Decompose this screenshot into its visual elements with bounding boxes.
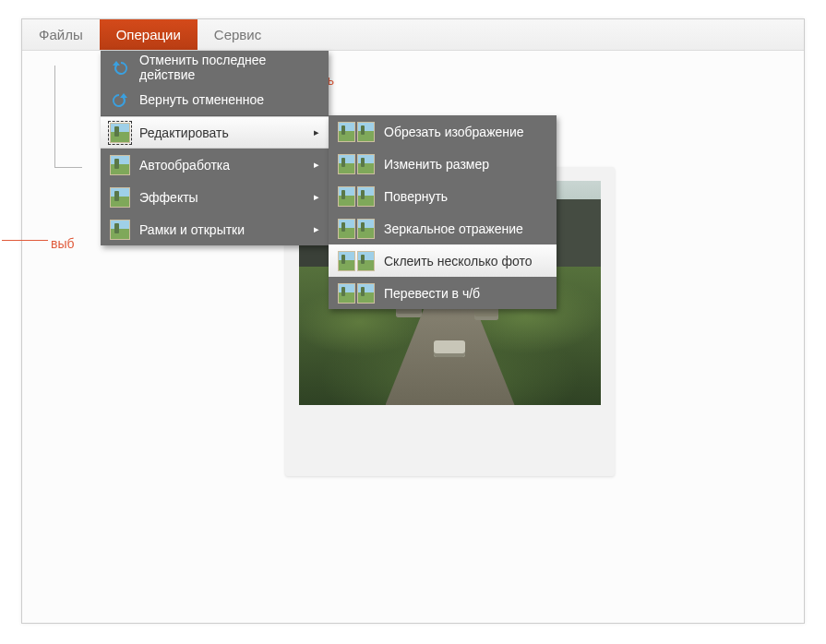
menu-item-label: Зеркальное отражение bbox=[384, 221, 523, 236]
annotation-select: выб bbox=[51, 236, 75, 251]
menu-item-auto[interactable]: Автообработка ▸ bbox=[101, 149, 329, 181]
menu-item-label: Повернуть bbox=[384, 189, 448, 204]
menu-item-label: Обрезать изображение bbox=[384, 125, 524, 139]
menu-item-label: Редактировать bbox=[139, 125, 229, 140]
menu-item-edit[interactable]: Редактировать ▸ bbox=[101, 116, 329, 149]
menu-service[interactable]: Сервис bbox=[198, 19, 278, 50]
annotation-line bbox=[54, 167, 82, 168]
submenu-item-bw[interactable]: Перевести в ч/б bbox=[329, 277, 557, 309]
annotation-pointer bbox=[2, 240, 48, 241]
effects-icon bbox=[110, 187, 130, 208]
annotation-line bbox=[54, 66, 55, 167]
menu-item-label: Автообработка bbox=[139, 158, 230, 173]
menu-item-undo[interactable]: Отменить последнее действие bbox=[101, 51, 329, 83]
menu-item-label: Рамки и открытки bbox=[139, 222, 245, 237]
undo-icon bbox=[110, 57, 130, 78]
menu-item-label: Вернуть отмененное bbox=[139, 92, 264, 107]
menu-item-label: Отменить последнее действие bbox=[139, 53, 319, 82]
app-frame: Файлы Операции Сервис обратная связь ред… bbox=[21, 18, 805, 624]
submenu-item-stitch[interactable]: Склеить несколько фото bbox=[329, 244, 557, 277]
stitch-icon bbox=[338, 251, 375, 271]
chevron-right-icon: ▸ bbox=[314, 223, 319, 235]
menu-files[interactable]: Файлы bbox=[22, 19, 100, 50]
edit-submenu: Обрезать изображение Изменить размер Пов… bbox=[329, 115, 557, 309]
operations-menu: Отменить последнее действие Вернуть отме… bbox=[101, 51, 329, 245]
submenu-item-resize[interactable]: Изменить размер bbox=[329, 148, 557, 180]
menu-item-label: Эффекты bbox=[139, 190, 198, 205]
redo-icon bbox=[110, 89, 130, 110]
menu-item-label: Перевести в ч/б bbox=[384, 286, 480, 301]
crop-icon bbox=[338, 122, 375, 142]
rotate-icon bbox=[338, 186, 375, 207]
menu-item-frames[interactable]: Рамки и открытки ▸ bbox=[101, 213, 329, 245]
submenu-item-mirror[interactable]: Зеркальное отражение bbox=[329, 212, 557, 244]
submenu-item-rotate[interactable]: Повернуть bbox=[329, 180, 557, 212]
chevron-right-icon: ▸ bbox=[314, 126, 319, 138]
menubar: Файлы Операции Сервис bbox=[22, 19, 804, 51]
chevron-right-icon: ▸ bbox=[314, 159, 319, 171]
frames-icon bbox=[110, 220, 130, 240]
resize-icon bbox=[338, 154, 375, 174]
submenu-item-crop[interactable]: Обрезать изображение bbox=[329, 115, 557, 148]
edit-icon bbox=[110, 123, 130, 143]
menu-operations[interactable]: Операции bbox=[100, 19, 198, 50]
bw-icon bbox=[338, 283, 375, 304]
menu-item-effects[interactable]: Эффекты ▸ bbox=[101, 181, 329, 213]
chevron-right-icon: ▸ bbox=[314, 191, 319, 203]
menu-item-label: Изменить размер bbox=[384, 157, 489, 172]
menu-item-redo[interactable]: Вернуть отмененное bbox=[101, 83, 329, 115]
mirror-icon bbox=[338, 219, 375, 239]
auto-icon bbox=[110, 155, 130, 175]
menu-item-label: Склеить несколько фото bbox=[384, 254, 533, 268]
